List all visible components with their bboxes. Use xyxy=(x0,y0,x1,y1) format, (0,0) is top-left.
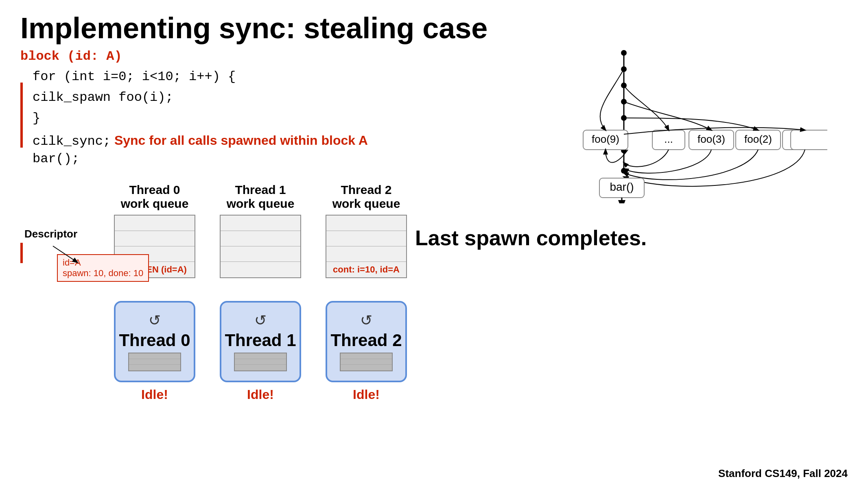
stack-row xyxy=(129,353,180,359)
svg-rect-18 xyxy=(791,130,827,150)
sync-bracket xyxy=(20,243,23,263)
thread-0-name: Thread 0 xyxy=(119,331,190,350)
wq-row xyxy=(221,216,300,231)
dag-diagram: foo(9) ... foo(3) foo(2) foo(1) xyxy=(542,33,827,203)
svg-text:foo(2): foo(2) xyxy=(744,133,772,145)
stack-row xyxy=(235,359,286,365)
thread-2-icon: ↺ xyxy=(360,312,372,329)
thread-1-wrapper: ↺ Thread 1 Idle! xyxy=(220,301,301,402)
code-line-brace: } xyxy=(33,108,368,129)
wq-header-1: Thread 1 work queue xyxy=(220,183,301,211)
stack-row xyxy=(341,365,392,370)
sync-line: cilk_sync; Sync for all calls spawned wi… xyxy=(20,133,368,149)
code-lines: for (int i=0; i<10; i++) { cilk_spawn fo… xyxy=(20,66,368,129)
thread-1-label: Idle! xyxy=(247,387,274,402)
svg-line-23 xyxy=(53,246,77,262)
wq-row xyxy=(221,246,300,262)
thread-1-stack xyxy=(234,353,287,371)
descriptor-arrow-svg xyxy=(24,242,106,274)
wq-row xyxy=(326,246,406,262)
thread-1-box: ↺ Thread 1 xyxy=(220,301,301,382)
dag-svg: foo(9) ... foo(3) foo(2) foo(1) xyxy=(542,33,827,203)
thread-2-label: Idle! xyxy=(353,387,380,402)
svg-point-19 xyxy=(621,168,627,174)
code-line-for: for (int i=0; i<10; i++) { xyxy=(33,66,368,87)
sync-comment: Sync for all calls spawned within block … xyxy=(111,133,368,148)
last-spawn-text: Last spawn completes. xyxy=(415,226,647,250)
wq-row xyxy=(221,262,300,277)
footer: Stanford CS149, Fall 2024 xyxy=(718,467,848,480)
stack-row xyxy=(129,359,180,365)
code-block: block (id: A) for (int i=0; i<10; i++) {… xyxy=(20,49,368,166)
wq-row xyxy=(326,216,406,231)
stack-row xyxy=(235,353,286,359)
bar-line: bar(); xyxy=(20,151,368,166)
stack-row xyxy=(235,365,286,370)
thread-2-box: ↺ Thread 2 xyxy=(326,301,407,382)
descriptor-section: Descriptor id=A spawn: 10, done: 10 xyxy=(24,228,149,274)
descriptor-label: Descriptor xyxy=(24,228,149,240)
stack-row xyxy=(341,353,392,359)
wq-header-2: Thread 2 work queue xyxy=(326,183,407,211)
wq-row xyxy=(221,231,300,246)
svg-text:foo(3): foo(3) xyxy=(697,133,725,145)
page-title: Implementing sync: stealing case xyxy=(20,11,488,45)
code-label: block (id: A) xyxy=(20,49,368,64)
thread-0-label: Idle! xyxy=(141,387,168,402)
svg-text:bar(): bar() xyxy=(610,181,634,193)
stack-row xyxy=(341,359,392,365)
svg-text:foo(9): foo(9) xyxy=(592,133,619,145)
wq-cont-label: cont: i=10, id=A xyxy=(326,262,406,277)
thread-boxes-section: ↺ Thread 0 Idle! ↺ Thread 1 Idle! ↺ Thre… xyxy=(114,301,407,402)
wq-box-1 xyxy=(220,215,301,278)
thread-1-name: Thread 1 xyxy=(225,331,296,350)
thread-2-name: Thread 2 xyxy=(330,331,402,350)
thread-2-wrapper: ↺ Thread 2 Idle! xyxy=(326,301,407,402)
thread-2-stack xyxy=(340,353,393,371)
wq-row xyxy=(326,231,406,246)
sync-keyword: cilk_sync; xyxy=(33,134,111,149)
wq-header-0: Thread 0 work queue xyxy=(114,183,195,211)
thread-0-icon: ↺ xyxy=(149,312,161,329)
thread-0-wrapper: ↺ Thread 0 Idle! xyxy=(114,301,195,402)
thread-0-box: ↺ Thread 0 xyxy=(114,301,195,382)
code-line-spawn: cilk_spawn foo(i); xyxy=(33,87,368,108)
thread-0-stack xyxy=(128,353,181,371)
wq-box-2: cont: i=10, id=A xyxy=(326,215,407,278)
wq-headers: Thread 0 work queue Thread 1 work queue … xyxy=(114,183,521,211)
thread-1-icon: ↺ xyxy=(254,312,267,329)
stack-row xyxy=(129,365,180,370)
svg-text:...: ... xyxy=(664,133,673,145)
